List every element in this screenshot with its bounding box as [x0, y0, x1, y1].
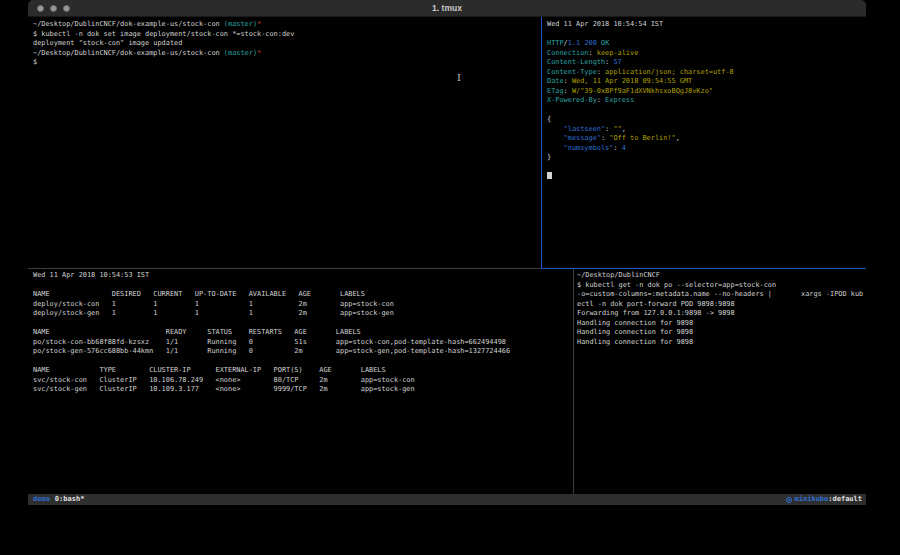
window-title: 1. tmux — [28, 3, 866, 13]
terminal-output-bottom-left: Wed 11 Apr 2018 10:54:53 ISTNAME DESIRED… — [28, 269, 573, 395]
ibeam-mouse-cursor: I — [457, 73, 461, 83]
pane-top-left-shell[interactable]: ~/Desktop/DublinCNCF/dok-example-us/stoc… — [28, 17, 541, 268]
pane-bottom-left-kubectl-get[interactable]: Wed 11 Apr 2018 10:54:53 ISTNAME DESIRED… — [28, 269, 573, 494]
terminal-output-bottom-right: ~/Desktop/DublinCNCF$ kubectl get -n dok… — [574, 269, 866, 347]
session-name[interactable]: demo — [33, 494, 50, 505]
kube-context: minikube — [795, 494, 829, 505]
kube-namespace: :default — [828, 494, 862, 505]
terminal-window: 1. tmux ~/Desktop/DublinCNCF/dok-example… — [28, 0, 866, 505]
titlebar[interactable]: 1. tmux — [28, 0, 866, 17]
window-item-bash[interactable]: 0:bash* — [55, 494, 85, 505]
kubernetes-helm-icon — [786, 497, 792, 503]
tmux-status-bar: demo 0:bash* minikube :default — [28, 494, 866, 505]
pane-bottom-right-port-forward[interactable]: ~/Desktop/DublinCNCF$ kubectl get -n dok… — [574, 269, 866, 494]
pane-top-right-http-response[interactable]: Wed 11 Apr 2018 10:54:54 ISTHTTP/1.1 200… — [542, 17, 866, 268]
tmux-panes-area: ~/Desktop/DublinCNCF/dok-example-us/stoc… — [28, 17, 866, 494]
terminal-output-top-left: ~/Desktop/DublinCNCF/dok-example-us/stoc… — [28, 17, 541, 68]
terminal-output-top-right: Wed 11 Apr 2018 10:54:54 ISTHTTP/1.1 200… — [542, 17, 866, 182]
